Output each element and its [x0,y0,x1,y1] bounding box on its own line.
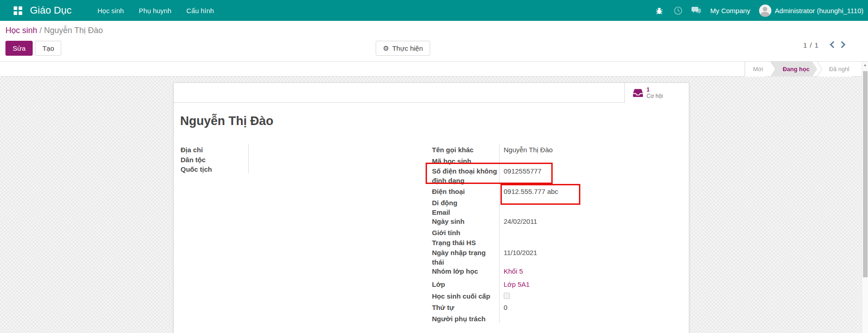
state-da-nghi[interactable]: Đã nghỉ [817,62,857,77]
pager-arrows [831,41,844,49]
field-value: 24/02/2011 [504,217,537,226]
button-box-divider [174,82,689,103]
field-value: Nguyễn Thị Đào [504,145,553,154]
navbar-right: My Company Administrator (huunghi_1110) [654,5,868,17]
field-label: Giới tính [432,228,500,237]
state-moi[interactable]: Mới [745,62,771,77]
breadcrumb: Học sinh / Nguyễn Thị Đào [5,26,103,35]
run-action-label: Thực hiện [392,44,423,52]
field-label: Tên gọi khác [432,145,500,154]
field-label: Dân tộc [181,155,249,164]
field-row-email: Email [432,208,627,217]
scroll-up-icon[interactable]: ▲ [862,63,868,67]
menu-phu-huynh[interactable]: Phụ huynh [139,7,172,14]
status-row: Mới Đang học Đã nghỉ [0,61,868,77]
field-row-gioi-tinh: Giới tính [432,228,627,237]
field-label: Quốc tịch [181,164,249,174]
field-label: Thứ tự [432,303,500,312]
user-menu[interactable]: Administrator (huunghi_1110) [775,7,863,14]
field-label: Trạng thái HS [432,238,500,247]
pager-next-icon[interactable] [839,41,846,48]
field-label: Nhóm lớp học [432,266,500,276]
pager: 1 / 1 [803,41,844,49]
field-label: Học sinh cuối cấp [432,291,500,301]
field-label: Địa chỉ [181,145,249,154]
field-value: 0912555777 [504,166,541,185]
field-label: Ngày nhập trạng thái [432,248,500,267]
field-label: Ngày sinh [432,217,500,226]
breadcrumb-root[interactable]: Học sinh [5,26,37,35]
field-row-hoc-sinh-cuoi-cap: Học sinh cuối cấp [432,291,627,301]
top-navbar: Giáo Dục Học sinh Phụ huynh Cấu hình [0,0,868,21]
field-label: Email [432,208,500,217]
field-value: 0 [504,303,507,312]
field-row-ngay-nhap-trang-thai: Ngày nhập trạng thái 11/10/2021 [432,248,627,267]
field-value-link[interactable]: Khối 5 [504,266,523,276]
field-row-dan-toc: Dân tộc [181,155,317,164]
field-row-ma-hoc-sinh: Mã học sinh [432,156,627,166]
opportunity-tray-icon [633,88,643,97]
field-row-dien-thoai: Điện thoại 0912.555.777 abc [432,187,627,196]
field-row-dia-chi: Địa chỉ [181,145,317,154]
top-menu: Học sinh Phụ huynh Cấu hình [98,7,214,14]
field-row-di-dong: Di động [432,198,627,208]
pager-count: 1 / 1 [803,41,819,49]
opportunity-count: 1 [647,87,663,93]
vertical-scrollbar[interactable]: ▲ [862,62,868,333]
form-buttons: Sửa Tạo [5,41,61,56]
field-label: Điện thoại [432,187,500,196]
field-row-lop: Lớp Lớp 5A1 [432,280,627,289]
action-buttons: ⚙ Thực hiện [376,41,430,56]
breadcrumb-divider: / [39,26,44,35]
field-row-nguoi-phu-trach: Người phụ trách [432,314,627,323]
company-switcher[interactable]: My Company [710,7,750,14]
field-value: 11/10/2021 [504,248,537,267]
field-label: Mã học sinh [432,156,500,166]
field-row-quoc-tich: Quốc tịch [181,164,317,174]
avatar[interactable] [759,5,771,17]
field-row-trang-thai-hs: Trạng thái HS [432,238,627,247]
state-dang-hoc[interactable]: Đang học [771,62,817,77]
scrollbar-thumb[interactable] [863,71,868,277]
field-label: Số điện thoại không định dạng [432,166,500,185]
field-separator [248,144,249,173]
record-title: Nguyễn Thị Đào [180,114,274,128]
bug-icon[interactable] [654,7,664,14]
opportunity-label: Cơ hội [647,93,663,99]
field-row-thu-tu: Thứ tự 0 [432,303,627,312]
menu-hoc-sinh[interactable]: Học sinh [98,7,124,14]
breadcrumb-current: Nguyễn Thị Đào [44,26,103,35]
field-value: 0912.555.777 abc [504,187,558,196]
field-value-link[interactable]: Lớp 5A1 [504,280,530,289]
run-action-button[interactable]: ⚙ Thực hiện [376,41,430,56]
app-brand[interactable]: Giáo Dục [30,5,72,16]
apps-grid-icon[interactable] [14,6,22,15]
field-label: Lớp [432,280,500,289]
pager-previous-icon[interactable] [829,41,837,48]
statusbar: Mới Đang học Đã nghỉ [745,62,857,77]
control-panel: Học sinh / Nguyễn Thị Đào Sửa Tạo ⚙ Thực… [0,21,868,61]
field-label: Người phụ trách [432,314,500,323]
field-row-so-dien-thoai-khong-dinh-dang: Số điện thoại không định dạng 0912555777 [432,166,627,185]
menu-cau-hinh[interactable]: Cấu hình [186,7,214,14]
create-button[interactable]: Tạo [35,41,61,56]
odoo-window: Giáo Dục Học sinh Phụ huynh Cấu hình [0,0,868,333]
checkbox[interactable] [504,293,510,299]
field-row-ten-goi-khac: Tên gọi khác Nguyễn Thị Đào [432,145,627,154]
opportunity-stat-button[interactable]: 1 Cơ hội [624,83,689,103]
gear-icon: ⚙ [383,45,389,52]
edit-button[interactable]: Sửa [5,41,33,56]
field-row-nhom-lop-hoc: Nhóm lớp học Khối 5 [432,266,627,276]
field-label: Di động [432,198,500,208]
activity-clock-icon[interactable] [673,6,683,15]
field-row-ngay-sinh: Ngày sinh 24/02/2011 [432,217,627,226]
messages-icon[interactable] [691,6,701,14]
